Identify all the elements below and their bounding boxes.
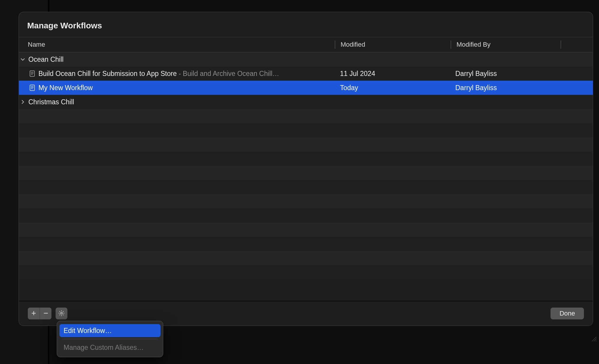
svg-line-15 (59, 314, 60, 315)
column-header-modified[interactable]: Modified (335, 41, 451, 48)
workflow-icon (29, 70, 35, 77)
table-header: Name Modified Modified By (19, 37, 593, 52)
empty-row (19, 251, 593, 265)
gear-icon (58, 310, 65, 317)
done-button[interactable]: Done (551, 308, 584, 319)
menu-item-edit-workflow[interactable]: Edit Workflow… (59, 324, 161, 337)
add-remove-segment (28, 308, 51, 319)
workflow-title: Build Ocean Chill for Submission to App … (38, 70, 177, 77)
empty-row (19, 222, 593, 237)
workflow-title: My New Workflow (38, 84, 93, 92)
svg-line-13 (59, 311, 60, 312)
empty-row (19, 237, 593, 251)
empty-row (19, 265, 593, 279)
manage-workflows-sheet: Manage Workflows Name Modified Modified … (19, 12, 593, 326)
empty-row (19, 137, 593, 152)
group-row[interactable]: Christmas Chill (19, 95, 593, 109)
empty-row (19, 109, 593, 123)
actions-button[interactable] (56, 308, 67, 319)
chevron-down-icon[interactable] (20, 57, 25, 62)
remove-button[interactable] (40, 308, 51, 319)
add-button[interactable] (28, 308, 40, 319)
workflow-modified-by: Darryl Bayliss (450, 84, 559, 92)
svg-line-16 (63, 311, 64, 312)
svg-point-8 (61, 312, 62, 314)
group-name: Ocean Chill (28, 56, 64, 64)
svg-rect-4 (30, 85, 34, 91)
resize-grip-icon[interactable] (590, 334, 597, 342)
table-body: Ocean Chill Build Ocean Chill for Submis… (19, 52, 593, 301)
workflow-modified: 11 Jul 2024 (335, 70, 450, 78)
column-header-modified-by[interactable]: Modified By (451, 41, 561, 48)
column-header-name[interactable]: Name (19, 41, 335, 48)
svg-line-19 (596, 341, 597, 342)
empty-row (19, 152, 593, 166)
minus-icon (43, 311, 48, 317)
workflow-modified: Today (335, 84, 450, 92)
sheet-title: Manage Workflows (19, 12, 593, 37)
empty-row (19, 123, 593, 137)
empty-row (19, 194, 593, 208)
svg-line-14 (63, 314, 64, 315)
workflow-modified-by: Darryl Bayliss (450, 70, 559, 78)
column-divider[interactable] (561, 40, 561, 49)
workflow-row[interactable]: My New Workflow Today Darryl Bayliss (19, 81, 593, 95)
menu-item-manage-aliases: Manage Custom Aliases… (59, 341, 161, 354)
menu-separator (62, 339, 158, 339)
empty-row (19, 166, 593, 180)
chevron-right-icon[interactable] (20, 99, 25, 105)
actions-menu: Edit Workflow… Manage Custom Aliases… (57, 321, 163, 357)
group-name: Christmas Chill (28, 98, 74, 106)
empty-row (19, 180, 593, 194)
group-row[interactable]: Ocean Chill (19, 52, 593, 66)
workflow-subtitle: - Build and Archive Ocean Chill… (177, 70, 279, 77)
svg-rect-0 (30, 71, 34, 77)
empty-row (19, 208, 593, 222)
plus-icon (31, 311, 36, 317)
workflow-row[interactable]: Build Ocean Chill for Submission to App … (19, 66, 593, 81)
workflow-icon (29, 84, 35, 92)
